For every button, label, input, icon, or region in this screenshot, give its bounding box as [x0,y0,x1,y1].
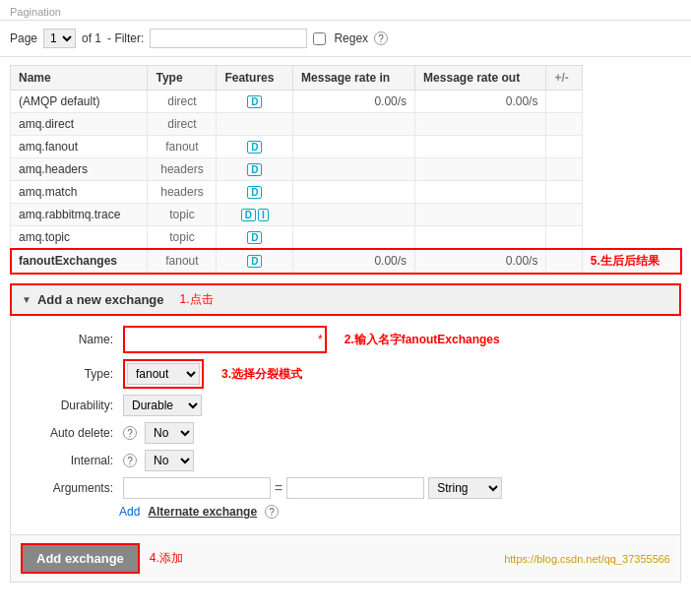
row-type: fanout [148,249,217,274]
annotation-4: 4.添加 [150,550,183,567]
row-rate-in: 0.00/s [293,91,415,113]
row-plus-minus [546,181,582,204]
arguments-key-input[interactable] [123,477,271,499]
row-rate-out [415,204,546,226]
row-plus-minus [546,158,582,181]
alternate-row: Add Alternate exchange ? [31,505,660,519]
row-name: amq.match [11,181,148,204]
row-type: topic [148,204,217,226]
row-rate-out [415,113,546,136]
row-plus-minus [546,249,582,274]
arguments-type-select[interactable]: String Number Boolean [428,477,502,499]
durability-label: Durability: [31,399,119,412]
row-rate-out: 0.00/s [415,91,546,113]
annotation-2: 2.输入名字fanoutExchanges [345,332,500,348]
filter-label: - Filter: [107,31,144,45]
durability-row: Durability: Durable Transient [31,395,660,416]
type-select[interactable]: direct fanout topic headers [127,363,200,385]
row-features: DI [217,204,293,226]
row-type: direct [148,113,217,136]
row-rate-in [293,113,415,136]
auto-delete-select[interactable]: No Yes [145,422,194,444]
bottom-bar: Add exchange 4.添加 https://blog.csdn.net/… [10,535,681,583]
filter-input[interactable] [150,29,307,48]
add-exchange-section: ▼ Add a new exchange 1.点击 Name: * 2.输入名字… [10,283,681,583]
arguments-row: Arguments: = String Number Boolean [31,477,660,499]
row-rate-in: 0.00/s [293,249,415,274]
row-features: D [217,181,293,204]
exchange-table: Name Type Features Message rate in Messa… [10,65,681,274]
table-row[interactable]: amq.rabbitmq.tracetopicDI [11,204,681,226]
row-plus-minus [546,226,582,249]
row-name: amq.headers [11,158,148,181]
type-row: Type: direct fanout topic headers 3.选择分裂… [31,359,660,389]
row-name: amq.topic [11,226,148,249]
row-features: D [217,91,293,113]
alternate-help-icon[interactable]: ? [265,505,279,519]
col-type: Type [148,66,217,91]
row-type: headers [148,158,217,181]
table-row[interactable]: fanoutExchangesfanoutD0.00/s0.00/s5.生后后结… [11,249,681,274]
row-name: amq.direct [11,113,148,136]
table-row[interactable]: amq.fanoutfanoutD [11,136,681,158]
name-input-wrapper: * [123,326,327,353]
alternate-link[interactable]: Alternate exchange [148,505,257,519]
internal-row: Internal: ? No Yes [31,450,660,471]
table-row[interactable]: amq.topictopicD [11,226,681,249]
row-type: fanout [148,136,217,158]
watermark: https://blog.csdn.net/qq_37355566 [504,553,670,565]
table-row[interactable]: amq.directdirect [11,113,681,136]
section-title: Pagination [0,0,691,21]
row-rate-in [293,226,415,249]
add-exchange-button[interactable]: Add exchange [21,543,140,574]
regex-label: Regex [334,31,368,45]
col-name: Name [11,66,148,91]
arguments-label: Arguments: [31,481,119,495]
add-link[interactable]: Add [119,505,140,519]
annotation-5: 5.生后后结果 [582,249,680,274]
row-name: fanoutExchanges [11,249,148,274]
table-row[interactable]: amq.matchheadersD [11,181,681,204]
auto-delete-help-icon[interactable]: ? [123,426,137,440]
row-plus-minus [546,136,582,158]
row-rate-out: 0.00/s [415,249,546,274]
row-plus-minus [546,204,582,226]
type-select-wrapper: direct fanout topic headers [123,359,204,389]
col-rate-out: Message rate out [415,66,546,91]
row-rate-out [415,136,546,158]
add-exchange-header[interactable]: ▼ Add a new exchange 1.点击 [10,283,681,316]
row-rate-in [293,136,415,158]
regex-checkbox[interactable] [313,32,326,45]
name-row: Name: * 2.输入名字fanoutExchanges [31,326,660,353]
page-select[interactable]: 1 [43,29,76,48]
collapse-arrow-icon: ▼ [22,294,31,305]
col-plusminus[interactable]: +/- [546,66,582,91]
annotation-1: 1.点击 [180,291,214,308]
add-exchange-body: Name: * 2.输入名字fanoutExchanges Type: dire… [10,316,681,535]
add-exchange-title: Add a new exchange [37,292,164,307]
row-name: amq.rabbitmq.trace [11,204,148,226]
row-plus-minus [546,113,582,136]
durability-select[interactable]: Durable Transient [123,395,202,416]
row-features: D [217,158,293,181]
col-rate-in: Message rate in [293,66,415,91]
table-row[interactable]: (AMQP default)directD0.00/s0.00/s [11,91,681,113]
row-rate-out [415,158,546,181]
arguments-value-input[interactable] [286,477,424,499]
col-features: Features [217,66,293,91]
row-rate-out [415,226,546,249]
row-rate-in [293,181,415,204]
row-features: D [217,249,293,274]
row-features: D [217,136,293,158]
type-label: Type: [31,367,119,381]
page-label: Page [10,31,37,45]
name-input[interactable] [127,330,314,349]
row-features: D [217,226,293,249]
row-type: headers [148,181,217,204]
table-row[interactable]: amq.headersheadersD [11,158,681,181]
equals-sign: = [275,480,283,496]
required-star: * [318,333,323,346]
internal-select[interactable]: No Yes [145,450,194,471]
regex-help-icon[interactable]: ? [374,31,388,45]
internal-help-icon[interactable]: ? [123,454,137,467]
